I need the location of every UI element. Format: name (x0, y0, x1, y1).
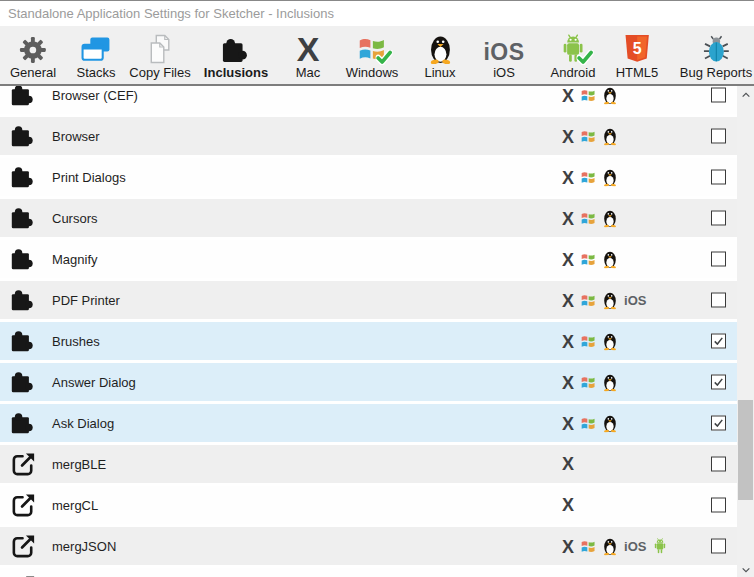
inclusion-label: mergCL (52, 498, 98, 513)
scroll-down-button[interactable] (737, 561, 754, 577)
toolbar-item-bug-reports[interactable]: Bug Reports (680, 31, 752, 79)
ios-icon: iOS (624, 293, 646, 307)
inclusion-checkbox[interactable] (711, 457, 726, 472)
window-title: Standalone Application Settings for Sket… (8, 6, 334, 21)
mac-icon: X (562, 127, 574, 145)
list-item-partial[interactable] (0, 568, 737, 577)
inclusion-label: Ask Dialog (52, 416, 114, 431)
list-item[interactable]: mergCL X (0, 486, 737, 527)
inclusion-checkbox[interactable] (711, 211, 726, 226)
windows-icon (580, 538, 596, 554)
windows-icon (357, 31, 387, 64)
toolbar-item-linux[interactable]: Linux (424, 31, 455, 79)
list-item[interactable]: Browser X (0, 117, 737, 158)
windows-icon (580, 251, 596, 267)
inclusion-checkbox[interactable] (711, 170, 726, 185)
list-item[interactable]: mergJSON X iOS (0, 527, 737, 568)
inclusion-checkbox[interactable] (711, 88, 726, 103)
toolbar-label: Linux (424, 66, 455, 79)
inclusion-checkbox-checked[interactable] (711, 375, 726, 390)
list-item[interactable]: Magnify X (0, 240, 737, 281)
chevron-down-icon (741, 567, 751, 573)
toolbar-label-selected: Inclusions (204, 66, 268, 79)
android-icon (652, 538, 668, 555)
mac-icon: X (562, 250, 574, 268)
list-item[interactable]: mergBLE X (0, 445, 737, 486)
puzzle-icon (10, 123, 37, 150)
toolbar-item-copy-files[interactable]: Copy Files (129, 31, 190, 79)
standalone-settings-window: Standalone Application Settings for Sket… (0, 0, 754, 577)
platform-icons: X iOS (562, 537, 668, 556)
external-link-icon (10, 533, 37, 560)
list-item[interactable]: Browser (CEF) X (0, 86, 737, 117)
mac-icon: X (562, 455, 574, 473)
scroll-up-button[interactable] (737, 86, 754, 103)
toolbar-label: General (10, 66, 56, 79)
ios-icon: iOS (624, 539, 646, 553)
inclusion-checkbox[interactable] (711, 539, 726, 554)
inclusion-checkbox-checked[interactable] (711, 334, 726, 349)
windows-icon (580, 128, 596, 144)
external-link-icon (10, 451, 37, 478)
platform-icons: X (562, 86, 618, 105)
puzzle-icon (10, 328, 37, 355)
toolbar-item-html5[interactable]: HTML5 (616, 31, 659, 79)
list-item[interactable]: PDF Printer X iOS (0, 281, 737, 322)
toolbar-item-android[interactable]: Android (551, 31, 596, 79)
mac-icon: X (562, 373, 574, 391)
inclusion-checkbox-checked[interactable] (711, 416, 726, 431)
puzzle-icon (10, 164, 37, 191)
mac-icon: X (562, 291, 574, 309)
puzzle-icon (10, 86, 37, 109)
toolbar-item-inclusions[interactable]: Inclusions (204, 31, 268, 79)
inclusion-checkbox[interactable] (711, 129, 726, 144)
list-item[interactable]: Cursors X (0, 199, 737, 240)
toolbar-label: HTML5 (616, 66, 659, 79)
windows-icon (580, 87, 596, 103)
inclusion-checkbox[interactable] (711, 252, 726, 267)
platform-icons: X (562, 496, 574, 514)
puzzle-icon (10, 246, 37, 273)
toolbar: General Stacks Copy Files Inclusions X M… (0, 26, 754, 86)
vertical-scrollbar[interactable] (737, 86, 754, 577)
inclusion-checkbox[interactable] (711, 498, 726, 513)
toolbar-item-windows[interactable]: Windows (346, 31, 399, 79)
checkmark-icon (713, 378, 724, 387)
toolbar-item-mac[interactable]: X Mac (296, 31, 321, 79)
toolbar-label: iOS (493, 66, 515, 79)
mac-icon: X (562, 168, 574, 186)
list-item[interactable]: Brushes X (0, 322, 737, 363)
mac-icon: X (562, 332, 574, 350)
windows-icon (580, 333, 596, 349)
bug-icon (702, 31, 729, 64)
windows-icon (580, 292, 596, 308)
inclusion-checkbox[interactable] (711, 293, 726, 308)
mac-icon: X (562, 209, 574, 227)
platform-icons: X (562, 209, 618, 228)
list-item[interactable]: Ask Dialog X (0, 404, 737, 445)
inclusions-list: Browser (CEF) X Browser X Print Dialogs … (0, 86, 737, 577)
puzzle-icon (10, 410, 37, 437)
mac-icon: X (562, 86, 574, 104)
inclusion-label: PDF Printer (52, 293, 120, 308)
windows-icon (580, 415, 596, 431)
linux-icon (602, 168, 618, 187)
inclusion-label: Browser (CEF) (52, 88, 138, 103)
list-item[interactable]: Print Dialogs X (0, 158, 737, 199)
toolbar-item-general[interactable]: General (10, 31, 56, 79)
toolbar-item-ios[interactable]: iOS iOS (483, 31, 524, 79)
toolbar-label: Android (551, 66, 596, 79)
linux-icon (602, 127, 618, 146)
ios-icon: iOS (483, 31, 524, 64)
chevron-up-icon (741, 92, 751, 98)
inclusion-label: Magnify (52, 252, 98, 267)
copy-files-icon (147, 31, 173, 64)
platform-icons: X (562, 414, 618, 433)
list-item[interactable]: Answer Dialog X (0, 363, 737, 404)
toolbar-label: Copy Files (129, 66, 190, 79)
toolbar-item-stacks[interactable]: Stacks (76, 31, 115, 79)
puzzle-icon (220, 31, 251, 64)
checkmark-icon (713, 337, 724, 346)
scrollbar-thumb[interactable] (738, 400, 753, 500)
mac-icon: X (562, 496, 574, 514)
